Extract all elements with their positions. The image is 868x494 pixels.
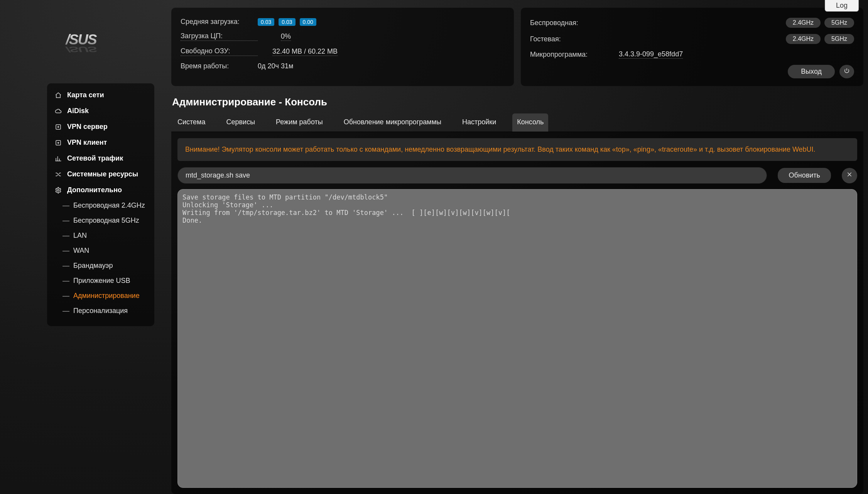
uptime-label: Время работы: [181, 62, 258, 70]
gear-icon [54, 187, 62, 194]
guest-24-button[interactable]: 2.4GHz [786, 34, 821, 44]
shuffle-icon [54, 171, 62, 178]
command-input[interactable] [177, 167, 767, 184]
avg-load-label: Средняя загрузка: [181, 18, 258, 26]
clear-button[interactable] [842, 168, 857, 183]
sub-nav: —Беспроводная 2.4GHz—Беспроводная 5GHz—L… [47, 198, 154, 318]
admin-tab[interactable]: Система [173, 113, 210, 132]
dash-icon: — [62, 232, 69, 240]
sub-nav-item[interactable]: —Приложение USB [47, 273, 154, 288]
top-panels: Средняя загрузка: 0.03 0.03 0.00 Загрузк… [171, 8, 863, 86]
cloud-icon [54, 108, 62, 115]
sub-nav-item[interactable]: —Беспроводная 5GHz [47, 213, 154, 228]
terminal-output: Save storage files to MTD partition "/de… [177, 189, 857, 488]
sub-nav-item[interactable]: —Беспроводная 2.4GHz [47, 198, 154, 213]
dash-icon: — [62, 262, 69, 270]
wireless-24-button[interactable]: 2.4GHz [786, 18, 821, 28]
avg-load-2: 0.03 [279, 18, 295, 26]
admin-tab[interactable]: Настройки [458, 113, 501, 132]
nav-vpn-server[interactable]: VPN сервер [47, 119, 154, 135]
ram-label: Свободно ОЗУ: [181, 47, 258, 56]
sub-nav-item[interactable]: —WAN [47, 243, 154, 258]
dash-icon: — [62, 292, 69, 300]
stats-panel: Средняя загрузка: 0.03 0.03 0.00 Загрузк… [171, 8, 514, 86]
sub-nav-label: LAN [73, 232, 87, 240]
network-panel: Беспроводная: 2.4GHz 5GHz Гостевая: 2.4G… [521, 8, 863, 86]
nav-additional[interactable]: Дополнительно [47, 182, 154, 198]
nav-label: Карта сети [67, 91, 104, 99]
dash-icon: — [62, 277, 69, 285]
nav-network-map[interactable]: Карта сети [47, 87, 154, 103]
guest-5-button[interactable]: 5GHz [824, 34, 854, 44]
power-icon [844, 68, 850, 76]
nav-traffic[interactable]: Сетевой трафик [47, 151, 154, 166]
sub-nav-label: Администрирование [73, 292, 140, 300]
close-icon [846, 171, 853, 179]
guest-label: Гостевая: [530, 35, 619, 43]
server-download-icon [54, 124, 62, 130]
sub-nav-item[interactable]: —LAN [47, 228, 154, 243]
firmware-version-link[interactable]: 3.4.3.9-099_e58fdd7 [619, 50, 683, 59]
refresh-button[interactable]: Обновить [778, 168, 831, 183]
cpu-label: Загрузка ЦП: [181, 32, 258, 41]
nav-aidisk[interactable]: AiDisk [47, 103, 154, 119]
svg-text:/SUS: /SUS [65, 45, 97, 54]
asus-logo: /SUS /SUS [39, 22, 123, 68]
admin-tab[interactable]: Сервисы [222, 113, 260, 132]
dash-icon: — [62, 307, 69, 315]
nav-label: VPN клиент [67, 139, 107, 147]
admin-tab[interactable]: Консоль [512, 113, 548, 132]
svg-point-4 [57, 189, 59, 191]
dash-icon: — [62, 217, 69, 225]
client-upload-icon [54, 139, 62, 146]
home-icon [54, 92, 62, 99]
wireless-label: Беспроводная: [530, 19, 619, 27]
sidebar-nav: Карта сети AiDisk VPN сервер VPN клиент [47, 83, 154, 326]
tab-bar: СистемаСервисыРежим работыОбновление мик… [171, 111, 863, 132]
admin-tab[interactable]: Обновление микропрограммы [339, 113, 446, 132]
console-panel: Внимание! Эмулятор консоли может работат… [171, 132, 863, 494]
right-column: Средняя загрузка: 0.03 0.03 0.00 Загрузк… [171, 0, 863, 494]
dash-icon: — [62, 201, 69, 210]
sub-nav-item[interactable]: —Администрирование [47, 288, 154, 303]
wireless-5-button[interactable]: 5GHz [824, 18, 854, 28]
nav-label: Дополнительно [67, 186, 122, 194]
page-title: Администрирование - Консоль [172, 96, 863, 108]
avg-load-3: 0.00 [300, 18, 316, 26]
left-column: /SUS /SUS Карта сети AiDisk [0, 0, 162, 494]
nav-label: AiDisk [67, 107, 89, 115]
sub-nav-label: WAN [73, 247, 89, 255]
svg-text:/SUS: /SUS [65, 31, 97, 47]
nav-vpn-client[interactable]: VPN клиент [47, 135, 154, 151]
sub-nav-label: Персонализация [73, 307, 128, 315]
avg-load-1: 0.03 [258, 18, 274, 26]
admin-tab[interactable]: Режим работы [271, 113, 328, 132]
sub-nav-label: Беспроводная 5GHz [73, 217, 139, 225]
sub-nav-item[interactable]: —Брандмауэр [47, 258, 154, 273]
cpu-value[interactable]: 0% [281, 32, 291, 41]
sub-nav-item[interactable]: —Персонализация [47, 303, 154, 318]
ram-value[interactable]: 32.40 MB / 60.22 MB [272, 47, 338, 56]
uptime-value: 0д 20ч 31м [258, 62, 293, 70]
log-tab-button[interactable]: Log [825, 0, 859, 12]
sub-nav-label: Приложение USB [73, 277, 130, 285]
console-warning: Внимание! Эмулятор консоли может работат… [177, 138, 857, 161]
firmware-label: Микропрограмма: [530, 51, 619, 59]
power-button[interactable] [839, 65, 854, 78]
dash-icon: — [62, 247, 69, 255]
page-grid: /SUS /SUS Карта сети AiDisk [0, 0, 868, 494]
nav-label: VPN сервер [67, 123, 108, 131]
sub-nav-label: Брандмауэр [73, 262, 113, 270]
sub-nav-label: Беспроводная 2.4GHz [73, 201, 145, 210]
nav-label: Системные ресурсы [67, 170, 138, 178]
logout-button[interactable]: Выход [788, 65, 835, 78]
bars-icon [54, 155, 62, 162]
nav-sys-resources[interactable]: Системные ресурсы [47, 166, 154, 182]
nav-label: Сетевой трафик [67, 154, 123, 162]
